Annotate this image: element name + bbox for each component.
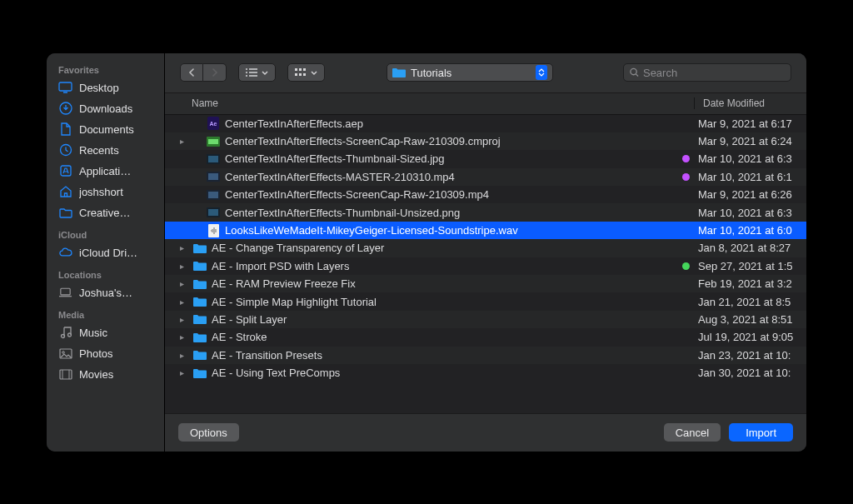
disclosure-triangle-icon[interactable]: ▸ [177, 243, 187, 252]
file-date-modified: Mar 10, 2021 at 6:0 [698, 224, 806, 237]
disclosure-triangle-icon[interactable]: ▸ [177, 279, 187, 288]
view-list-button[interactable] [238, 63, 276, 82]
sidebar-item[interactable]: Movies [47, 364, 164, 385]
sidebar-item[interactable]: iCloud Dri… [47, 242, 164, 263]
music-icon [58, 326, 72, 340]
cancel-button[interactable]: Cancel [664, 423, 721, 442]
file-name: CenterTextInAfterEffects-MASTER-210310.m… [225, 171, 674, 183]
sidebar-item[interactable]: Documents [47, 119, 164, 140]
svg-rect-26 [208, 192, 218, 198]
file-name: AE - RAM Preview Freeze Fix [212, 277, 674, 290]
file-row[interactable]: ▸AE - Import PSD with LayersSep 27, 2021… [165, 257, 806, 275]
sidebar-item[interactable]: Music [47, 322, 164, 343]
wav-file-icon [207, 224, 220, 237]
column-name-header[interactable]: Name [192, 97, 694, 109]
disclosure-triangle-icon[interactable]: ▸ [177, 315, 187, 324]
disclosure-triangle-icon[interactable]: ▸ [177, 351, 187, 360]
applications-icon [58, 164, 72, 178]
svg-rect-22 [208, 156, 218, 162]
folder-file-icon [193, 295, 207, 308]
search-icon [630, 67, 639, 77]
forward-button[interactable] [203, 63, 227, 82]
file-row[interactable]: ▸AE - Change Transparency of LayerJan 8,… [165, 239, 806, 257]
import-button[interactable]: Import [729, 423, 793, 442]
sidebar: FavoritesDesktopDownloadsDocumentsRecent… [47, 53, 165, 452]
folder-file-icon [193, 242, 207, 255]
finder-tag-none [682, 244, 690, 252]
file-list[interactable]: AeCenterTextInAfterEffects.aepMar 9, 202… [165, 115, 806, 413]
file-date-modified: Jul 19, 2021 at 9:05 [698, 331, 806, 343]
folder-file-icon [193, 312, 207, 326]
svg-rect-15 [303, 73, 306, 76]
svg-rect-11 [299, 68, 302, 71]
sidebar-item[interactable]: Recents [47, 140, 164, 161]
file-row[interactable]: ▸AE - RAM Preview Freeze FixFeb 19, 2021… [165, 275, 806, 292]
search-input[interactable] [643, 67, 785, 79]
grid-icon [295, 68, 307, 77]
sidebar-section-title: Media [47, 303, 164, 322]
file-date-modified: Mar 10, 2021 at 6:3 [698, 207, 806, 219]
search-field[interactable] [623, 63, 791, 82]
file-row[interactable]: ▸AE - Using Text PreCompsJan 30, 2021 at… [165, 364, 806, 382]
sidebar-item[interactable]: Creative… [47, 202, 164, 223]
sidebar-item-label: iCloud Dri… [79, 247, 137, 259]
sidebar-item-label: Joshua's… [79, 287, 132, 299]
folder-file-icon [193, 367, 207, 380]
file-row[interactable]: CenterTextInAfterEffects-Thumbnail-Unsiz… [165, 203, 806, 221]
finder-tag-purple [682, 173, 690, 181]
folder-file-icon [193, 348, 207, 362]
documents-icon [58, 122, 72, 137]
folder-file-icon [193, 331, 207, 344]
svg-rect-12 [303, 68, 306, 71]
group-button[interactable] [287, 63, 325, 82]
movies-icon [58, 367, 72, 382]
file-row[interactable]: LooksLikeWeMadeIt-MikeyGeiger-Licensed-S… [165, 222, 806, 239]
chevron-right-icon [212, 68, 218, 77]
mp4-file-icon [207, 170, 220, 183]
sidebar-item[interactable]: Applicati… [47, 161, 164, 182]
file-row[interactable]: CenterTextInAfterEffects-ScreenCap-Raw-2… [165, 186, 806, 203]
svg-point-16 [631, 68, 636, 74]
disclosure-triangle-icon[interactable]: ▸ [177, 368, 187, 377]
disclosure-triangle-icon[interactable]: ▸ [177, 262, 187, 271]
svg-rect-3 [61, 166, 71, 176]
file-date-modified: Aug 3, 2021 at 8:51 [698, 313, 806, 326]
sidebar-item[interactable]: Downloads [47, 98, 164, 119]
current-folder-name: Tutorials [411, 67, 531, 79]
file-row[interactable]: AeCenterTextInAfterEffects.aepMar 9, 202… [165, 115, 806, 132]
chevron-down-icon [262, 71, 268, 75]
sidebar-item[interactable]: Photos [47, 343, 164, 364]
file-row[interactable]: ▸AE - Split LayerAug 3, 2021 at 8:51 [165, 311, 806, 328]
file-row[interactable]: ▸AE - StrokeJul 19, 2021 at 9:05 [165, 328, 806, 346]
disclosure-triangle-icon[interactable]: ▸ [177, 297, 187, 307]
finder-tag-none [682, 298, 690, 306]
file-row[interactable]: ▸AE - Simple Map Highlight TutorialJan 2… [165, 292, 806, 310]
options-button[interactable]: Options [178, 423, 239, 442]
sidebar-item-label: Documents [79, 123, 134, 136]
back-button[interactable] [180, 63, 203, 82]
file-row[interactable]: ▸CenterTextInAfterEffects-ScreenCap-Raw-… [165, 132, 806, 150]
column-date-header[interactable]: Date Modified [694, 97, 806, 109]
disclosure-triangle-icon[interactable]: ▸ [177, 332, 187, 342]
finder-tag-none [682, 227, 690, 234]
folder-file-icon [193, 259, 207, 272]
svg-rect-13 [295, 73, 297, 76]
file-row[interactable]: ▸AE - Transition PresetsJan 23, 2021 at … [165, 347, 806, 364]
sidebar-item[interactable]: Desktop [47, 77, 164, 98]
file-row[interactable]: CenterTextInAfterEffects-Thumbnail-Sized… [165, 150, 806, 167]
main-panel: Tutorials Name Date Modified AeCenterTex… [165, 53, 806, 452]
sidebar-item[interactable]: joshshort [47, 182, 164, 202]
finder-tag-green [682, 262, 690, 270]
svg-rect-9 [60, 370, 72, 379]
list-header: Name Date Modified [165, 93, 806, 115]
sidebar-item-label: Desktop [79, 82, 119, 94]
svg-rect-10 [295, 68, 297, 71]
sidebar-item[interactable]: Joshua's… [47, 282, 164, 303]
folder-path-selector[interactable]: Tutorials [387, 63, 553, 82]
svg-point-8 [62, 351, 64, 353]
file-row[interactable]: CenterTextInAfterEffects-MASTER-210310.m… [165, 168, 806, 186]
disclosure-triangle-icon[interactable]: ▸ [177, 137, 187, 146]
finder-tag-none [682, 333, 690, 341]
file-name: CenterTextInAfterEffects.aep [225, 117, 674, 130]
svg-rect-24 [208, 173, 218, 180]
